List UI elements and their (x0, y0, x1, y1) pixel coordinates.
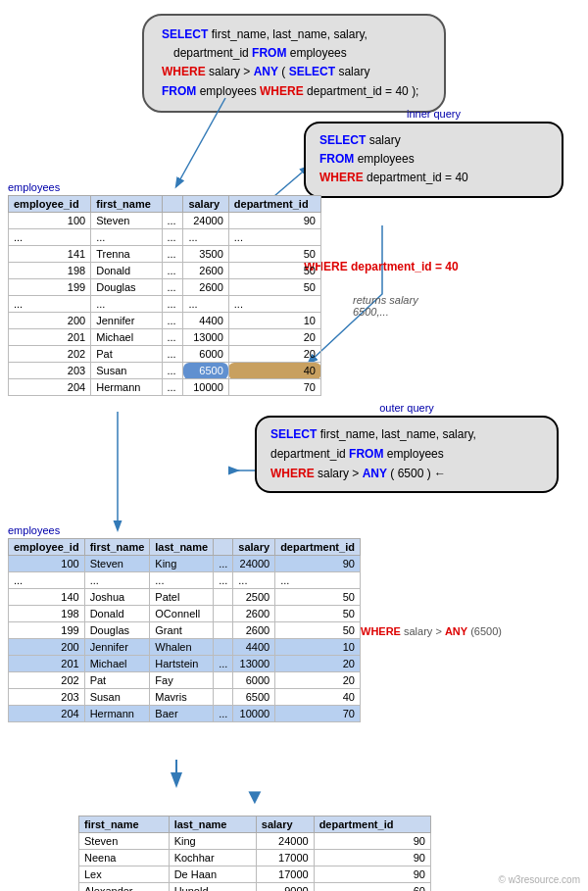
top-employees-table-area: employees employee_id first_name salary … (8, 181, 321, 396)
watermark: © w3resource.com (498, 874, 580, 885)
outer-query-box: SELECT first_name, last_name, salary, de… (255, 416, 559, 493)
table-row: Neena Kochhar 17000 90 (79, 850, 431, 866)
table-row: 100 Steven ... 24000 90 (9, 213, 321, 229)
iq-col: salary (369, 133, 401, 147)
col-dept-id: department_id (228, 196, 320, 213)
returns-salary-note: returns salary6500,... (353, 294, 418, 318)
table-row: ... ... ... ... ... (9, 296, 321, 313)
bottom-employees-table-area: employees employee_id first_name last_na… (8, 524, 361, 722)
oq-select: SELECT (270, 427, 320, 441)
result-table-area: ▼ first_name last_name salary department… (78, 784, 431, 891)
table-row: 100 Steven King ... 24000 90 (9, 556, 361, 572)
table-row: Lex De Haan 17000 90 (79, 866, 431, 883)
main-query-where: WHERE (162, 65, 209, 78)
col-salary: salary (183, 196, 228, 213)
inner-query-box: SELECT salary FROM employees WHERE depar… (304, 122, 564, 198)
table-row: 141 Trenna ... 3500 50 (9, 246, 321, 263)
table-row: ... ... ... ... ... ... (9, 572, 361, 589)
col-employee-id: employee_id (9, 196, 91, 213)
col-last-name: last_name (150, 539, 214, 556)
table-row: 202 Pat Fay 6000 20 (9, 672, 361, 689)
main-query-cols: first_name, last_name, salary, (212, 27, 368, 41)
iq-select: SELECT (319, 133, 369, 147)
top-employees-table: employee_id first_name salary department… (8, 195, 321, 396)
iq-where: WHERE (319, 171, 367, 184)
outer-query-area: outer query SELECT first_name, last_name… (255, 402, 559, 493)
table-row: 140 Joshua Patel 2500 50 (9, 589, 361, 606)
main-query-cond: salary > ANY ( SELECT salary (209, 65, 369, 78)
down-arrow-icon: ▼ (78, 784, 431, 810)
main-query-where2: employees WHERE department_id = 40 ); (200, 84, 419, 98)
top-table-label: employees (8, 181, 321, 193)
col-dept-id: department_id (275, 539, 361, 556)
table-row: Steven King 24000 90 (79, 833, 431, 850)
oq-cond: salary > ANY ( 6500 ) ← (318, 467, 446, 480)
result-table: first_name last_name salary department_i… (78, 816, 431, 891)
main-query-from: department_id FROM employees (173, 46, 347, 60)
table-row: 201 Michael Hartstein ... 13000 20 (9, 656, 361, 672)
table-row-susan: 203 Susan ... 6500 40 (9, 363, 321, 379)
col-dept-id: department_id (314, 817, 430, 833)
table-row: 204 Hermann Baer ... 10000 70 (9, 706, 361, 722)
oq-from: department_id FROM employees (270, 447, 444, 461)
col-salary: salary (233, 539, 275, 556)
table-row: 203 Susan Mavris 6500 40 (9, 689, 361, 706)
table-row: 198 Donald OConnell 2600 50 (9, 606, 361, 622)
iq-from: FROM (319, 152, 358, 166)
table-row: 204 Hermann ... 10000 70 (9, 379, 321, 396)
col-first-name: first_name (79, 817, 170, 833)
iq-table: employees (358, 152, 415, 166)
oq-where: WHERE (270, 467, 318, 480)
table-row: 202 Pat ... 6000 20 (9, 346, 321, 363)
col-dots2 (214, 539, 233, 556)
table-row: 200 Jennifer Whalen 4400 10 (9, 639, 361, 656)
table-row: 198 Donald ... 2600 50 (9, 263, 321, 279)
inner-query-area: inner query SELECT salary FROM employees… (304, 108, 564, 198)
col-employee-id: employee_id (9, 539, 85, 556)
main-query-box: SELECT first_name, last_name, salary, de… (142, 14, 446, 113)
table-row: 199 Douglas ... 2600 50 (9, 279, 321, 296)
salary-note: WHERE salary > ANY (6500) (361, 625, 502, 637)
where-dept-note: WHERE department_id = 40 (304, 260, 459, 273)
oq-cols: first_name, last_name, salary, (320, 427, 476, 441)
main-query-from2: FROM (162, 84, 200, 98)
col-dots (162, 196, 183, 213)
inner-query-label: inner query (304, 108, 564, 120)
col-last-name: last_name (169, 817, 256, 833)
table-row: 200 Jennifer ... 4400 10 (9, 313, 321, 329)
bottom-table-label: employees (8, 524, 361, 536)
iq-cond: department_id = 40 (367, 171, 468, 184)
col-first-name: first_name (84, 539, 150, 556)
col-first-name: first_name (91, 196, 162, 213)
main-query-select: SELECT (162, 27, 212, 41)
outer-query-label: outer query (255, 402, 559, 414)
bottom-employees-table: employee_id first_name last_name salary … (8, 538, 361, 722)
col-salary: salary (256, 817, 314, 833)
table-row: 199 Douglas Grant 2600 50 (9, 622, 361, 639)
table-row: ... ... ... ... ... (9, 229, 321, 246)
table-row: 201 Michael ... 13000 20 (9, 329, 321, 346)
table-row: Alexander Hunold 9000 60 (79, 883, 431, 892)
